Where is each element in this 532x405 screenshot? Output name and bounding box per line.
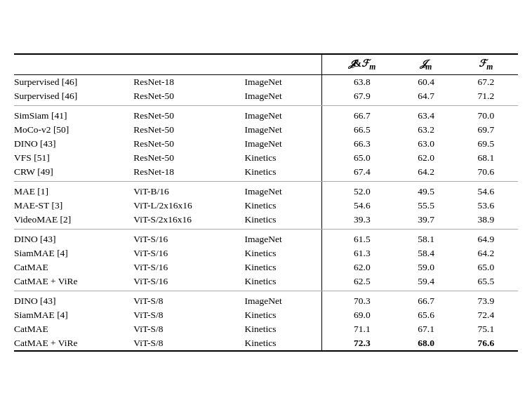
table-cell: 69.5: [458, 137, 518, 151]
col-header-jfm: 𝒥&ℱm: [330, 54, 398, 74]
col-divider-header: [321, 54, 330, 74]
col-header-jm: 𝒥m: [399, 54, 458, 74]
table-cell: SiamMAE [4]: [14, 308, 133, 322]
table-row: SiamMAE [4]ViT-S/16Kinetics61.358.464.2: [14, 246, 518, 260]
table-cell: Kinetics: [245, 246, 322, 260]
table-container: 𝒥&ℱm 𝒥m ℱm Surpervised [46]ResNet-18Imag…: [14, 53, 518, 352]
table-cell: ViT-S/8: [133, 291, 244, 308]
divider-cell: [321, 322, 330, 336]
divider-cell: [321, 181, 330, 199]
table-cell: ResNet-18: [133, 74, 244, 89]
table-cell: 63.4: [399, 105, 458, 123]
table-cell: ImageNet: [245, 137, 322, 151]
table-cell: 64.9: [458, 229, 518, 246]
jm-sub-header: m: [425, 62, 432, 71]
table-cell: ViT-S/16: [133, 229, 244, 246]
table-cell: MAE [1]: [14, 181, 133, 199]
table-cell: 66.7: [399, 291, 458, 308]
table-cell: SimSiam [41]: [14, 105, 133, 123]
table-cell: 73.9: [458, 291, 518, 308]
table-cell: 38.9: [458, 213, 518, 230]
divider-cell: [321, 336, 330, 351]
table-cell: 71.1: [330, 322, 398, 336]
table-row: CatMAEViT-S/16Kinetics62.059.065.0: [14, 260, 518, 274]
table-cell: CatMAE + ViRe: [14, 274, 133, 291]
table-cell: 58.4: [399, 246, 458, 260]
table-cell: ViT-B/16: [133, 181, 244, 199]
table-cell: DINO [43]: [14, 137, 133, 151]
table-cell: 75.1: [458, 322, 518, 336]
table-cell: Surpervised [46]: [14, 74, 133, 89]
table-cell: DINO [43]: [14, 291, 133, 308]
table-cell: ResNet-50: [133, 137, 244, 151]
table-cell: ImageNet: [245, 291, 322, 308]
table-cell: 70.0: [458, 105, 518, 123]
table-cell: 76.6: [458, 336, 518, 351]
table-cell: ViT-S/2x16x16: [133, 213, 244, 230]
table-cell: ImageNet: [245, 105, 322, 123]
fm-label-header2: ℱ: [479, 58, 486, 69]
table-row: SimSiam [41]ResNet-50ImageNet66.763.470.…: [14, 105, 518, 123]
table-cell: VFS [51]: [14, 151, 133, 165]
table-cell: 60.4: [399, 74, 458, 89]
table-cell: 65.0: [330, 151, 398, 165]
table-cell: CatMAE + ViRe: [14, 336, 133, 351]
col-header-fm: ℱm: [458, 54, 518, 74]
table-cell: 65.0: [458, 260, 518, 274]
table-row: Surpervised [46]ResNet-18ImageNet63.860.…: [14, 74, 518, 89]
table-cell: ViT-S/16: [133, 246, 244, 260]
col-header-method: [14, 54, 133, 74]
table-cell: 61.3: [330, 246, 398, 260]
table-cell: 63.0: [399, 137, 458, 151]
table-cell: ResNet-18: [133, 165, 244, 182]
table-cell: 69.7: [458, 123, 518, 137]
table-row: CRW [49]ResNet-18Kinetics67.464.270.6: [14, 165, 518, 182]
divider-cell: [321, 123, 330, 137]
table-cell: Kinetics: [245, 336, 322, 351]
table-cell: 67.9: [330, 89, 398, 106]
table-cell: ResNet-50: [133, 151, 244, 165]
table-cell: ImageNet: [245, 229, 322, 246]
jfm-label: 𝒥: [349, 58, 354, 69]
divider-cell: [321, 74, 330, 89]
table-cell: DINO [43]: [14, 229, 133, 246]
table-row: DINO [43]ViT-S/8ImageNet70.366.773.9: [14, 291, 518, 308]
table-cell: 66.7: [330, 105, 398, 123]
table-cell: SiamMAE [4]: [14, 246, 133, 260]
table-cell: 64.7: [399, 89, 458, 106]
table-row: VFS [51]ResNet-50Kinetics65.062.068.1: [14, 151, 518, 165]
table-row: VideoMAE [2]ViT-S/2x16x16Kinetics39.339.…: [14, 213, 518, 230]
table-cell: 64.2: [458, 246, 518, 260]
table-cell: 63.8: [330, 74, 398, 89]
table-cell: 59.4: [399, 274, 458, 291]
table-cell: ViT-S/8: [133, 308, 244, 322]
table-cell: Kinetics: [245, 260, 322, 274]
table-cell: ViT-S/8: [133, 336, 244, 351]
divider-cell: [321, 291, 330, 308]
table-cell: CatMAE: [14, 260, 133, 274]
table-cell: ImageNet: [245, 89, 322, 106]
table-cell: ViT-S/16: [133, 274, 244, 291]
results-table: 𝒥&ℱm 𝒥m ℱm Surpervised [46]ResNet-18Imag…: [14, 53, 518, 352]
table-cell: VideoMAE [2]: [14, 213, 133, 230]
divider-cell: [321, 229, 330, 246]
col-header-backbone: [133, 54, 244, 74]
table-cell: Kinetics: [245, 274, 322, 291]
table-cell: Kinetics: [245, 213, 322, 230]
table-cell: 68.1: [458, 151, 518, 165]
table-cell: ViT-S/8: [133, 322, 244, 336]
table-cell: 63.2: [399, 123, 458, 137]
table-cell: ImageNet: [245, 181, 322, 199]
divider-cell: [321, 165, 330, 182]
divider-cell: [321, 274, 330, 291]
table-cell: 66.5: [330, 123, 398, 137]
divider-cell: [321, 260, 330, 274]
table-cell: MoCo-v2 [50]: [14, 123, 133, 137]
table-cell: Kinetics: [245, 308, 322, 322]
table-cell: ViT-S/16: [133, 260, 244, 274]
table-cell: ResNet-50: [133, 89, 244, 106]
table-cell: ImageNet: [245, 123, 322, 137]
table-row: SiamMAE [4]ViT-S/8Kinetics69.065.672.4: [14, 308, 518, 322]
table-row: Surpervised [46]ResNet-50ImageNet67.964.…: [14, 89, 518, 106]
table-cell: 64.2: [399, 165, 458, 182]
